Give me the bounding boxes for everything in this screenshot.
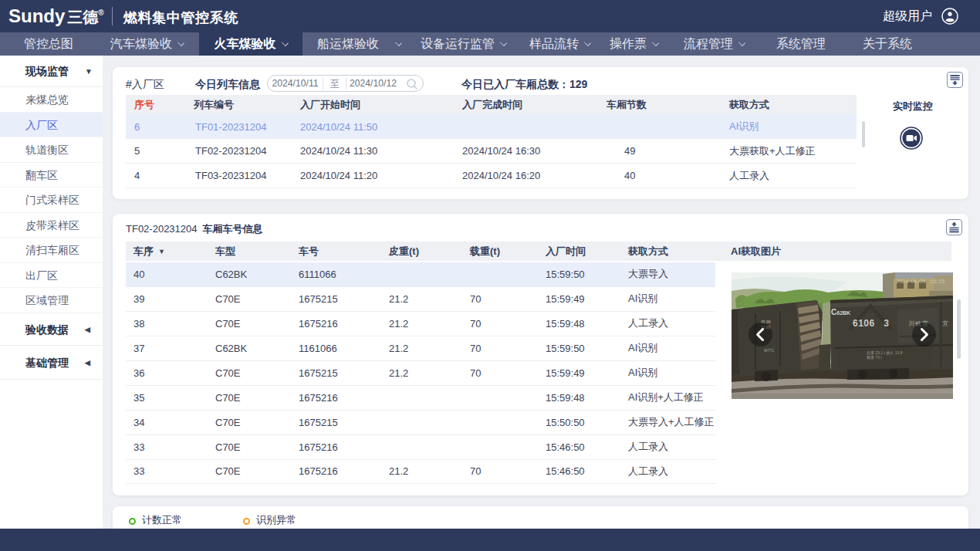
svg-text:2024-04-08 :16:15: 2024-04-08 :16:15 <box>896 278 945 285</box>
svg-text:W771: W771 <box>764 348 774 353</box>
svg-text:宜: 宜 <box>942 320 948 327</box>
svg-text:6106 3: 6106 3 <box>853 318 889 329</box>
svg-text:载重 70 t: 载重 70 t <box>867 355 882 360</box>
